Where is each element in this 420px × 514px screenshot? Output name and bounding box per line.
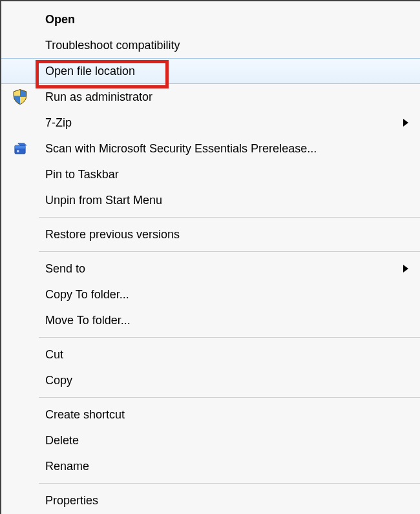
submenu-arrow-icon <box>403 119 408 127</box>
menu-item-create-shortcut[interactable]: Create shortcut <box>1 402 420 427</box>
svg-rect-1 <box>15 145 25 149</box>
menu-item-troubleshoot[interactable]: Troubleshoot compatibility <box>1 32 420 58</box>
menu-item-open[interactable]: Open <box>1 6 420 32</box>
menu-label-restorepv: Restore previous versions <box>39 228 412 242</box>
menu-label-shortcut: Create shortcut <box>39 408 412 422</box>
menu-label-copyto: Copy To folder... <box>39 288 412 302</box>
menu-label-sendto: Send to <box>39 262 403 276</box>
menu-item-cut[interactable]: Cut <box>1 342 420 367</box>
menu-item-delete[interactable]: Delete <box>1 427 420 453</box>
menu-item-copy[interactable]: Copy <box>1 367 420 393</box>
menu-item-7zip[interactable]: 7-Zip <box>1 110 420 136</box>
separator <box>39 397 420 398</box>
submenu-arrow-icon <box>403 265 408 272</box>
menu-item-run-as-administrator[interactable]: Run as administrator <box>1 84 420 110</box>
menu-item-scan-security[interactable]: Scan with Microsoft Security Essentials … <box>1 136 420 161</box>
menu-label-copy: Copy <box>39 374 412 387</box>
menu-label-openloc: Open file location <box>39 65 412 78</box>
menu-label-unpinsm: Unpin from Start Menu <box>39 194 412 207</box>
menu-item-copy-to-folder[interactable]: Copy To folder... <box>1 282 420 307</box>
menu-item-rename[interactable]: Rename <box>1 453 420 479</box>
menu-item-send-to[interactable]: Send to <box>1 256 420 282</box>
svg-rect-2 <box>17 150 19 152</box>
menu-label-troubleshoot: Troubleshoot compatibility <box>39 39 412 52</box>
separator <box>39 483 420 484</box>
context-menu: Open Troubleshoot compatibility Open fil… <box>0 0 420 514</box>
menu-label-cut: Cut <box>39 348 412 362</box>
separator <box>39 251 420 252</box>
menu-label-7zip: 7-Zip <box>39 116 403 130</box>
separator <box>39 337 420 338</box>
menu-item-properties[interactable]: Properties <box>1 488 420 513</box>
menu-label-scan: Scan with Microsoft Security Essentials … <box>39 142 412 156</box>
security-icon <box>1 140 39 157</box>
menu-label-properties: Properties <box>39 494 412 508</box>
menu-label-runadmin: Run as administrator <box>39 90 412 104</box>
menu-label-pintb: Pin to Taskbar <box>39 168 412 181</box>
menu-label-open: Open <box>39 13 412 26</box>
menu-item-unpin-start[interactable]: Unpin from Start Menu <box>1 187 420 213</box>
menu-label-moveto: Move To folder... <box>39 314 412 327</box>
menu-item-restore-previous[interactable]: Restore previous versions <box>1 221 420 247</box>
menu-label-rename: Rename <box>39 460 412 473</box>
menu-item-pin-taskbar[interactable]: Pin to Taskbar <box>1 161 420 187</box>
menu-item-move-to-folder[interactable]: Move To folder... <box>1 307 420 333</box>
menu-label-delete: Delete <box>39 434 412 447</box>
shield-icon <box>1 88 39 105</box>
separator <box>39 217 420 218</box>
menu-item-open-file-location[interactable]: Open file location <box>1 58 420 84</box>
